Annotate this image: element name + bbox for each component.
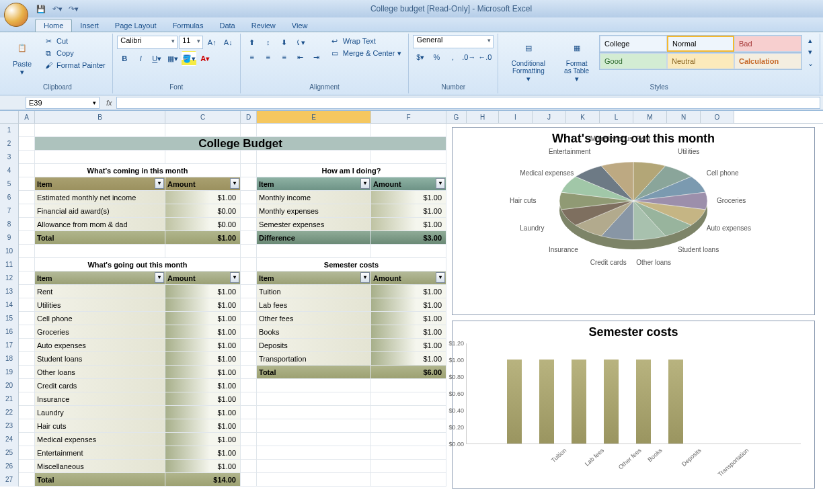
data-cell[interactable]: Auto expenses — [35, 339, 165, 352]
row-header[interactable]: 23 — [0, 419, 19, 433]
data-cell[interactable]: $1.00 — [165, 366, 241, 379]
data-cell[interactable]: Books — [257, 325, 371, 339]
paste-button[interactable]: 📋Paste▾ — [7, 35, 38, 79]
tab-data[interactable]: Data — [211, 19, 243, 32]
tab-insert[interactable]: Insert — [72, 19, 107, 32]
bar-chart[interactable]: Semester costs $0.00$0.20$0.40$0.60$0.80… — [452, 321, 815, 489]
fx-icon[interactable]: fx — [106, 99, 112, 107]
title-cell[interactable]: College Budget — [35, 137, 446, 151]
diff-cell[interactable]: $3.00 — [371, 231, 446, 245]
col-header-d[interactable]: D — [241, 111, 257, 123]
italic-button[interactable]: I — [133, 51, 148, 66]
data-cell[interactable]: Financial aid award(s) — [35, 204, 165, 218]
format-painter-button[interactable]: 🖌Format Painter — [40, 59, 108, 71]
font-name-combo[interactable]: Calibri — [117, 36, 178, 49]
data-cell[interactable]: Student loans — [35, 352, 165, 366]
total-cell[interactable]: Total — [257, 366, 371, 379]
data-cell[interactable]: Lab fees — [257, 298, 371, 312]
table-header[interactable]: Amount▾ — [165, 271, 241, 285]
data-cell[interactable]: Credit cards — [35, 379, 165, 392]
col-header-f[interactable]: F — [371, 111, 446, 123]
data-cell[interactable]: $1.00 — [165, 325, 241, 339]
row-header[interactable]: 17 — [0, 339, 19, 352]
merge-center-button[interactable]: ▭Merge & Center▾ — [327, 47, 405, 59]
increase-indent-icon[interactable]: ⇥ — [309, 50, 324, 65]
data-cell[interactable]: Other loans — [35, 366, 165, 379]
wrap-text-button[interactable]: ↩Wrap Text — [327, 35, 405, 47]
row-header[interactable]: 19 — [0, 366, 19, 379]
filter-dropdown-icon[interactable]: ▾ — [360, 178, 370, 189]
table-header[interactable]: Item▾ — [257, 271, 371, 285]
row-header[interactable]: 25 — [0, 446, 19, 460]
col-header-j[interactable]: J — [533, 111, 566, 123]
filter-dropdown-icon[interactable]: ▾ — [436, 178, 445, 189]
data-cell[interactable]: $1.00 — [165, 339, 241, 352]
row-header[interactable]: 8 — [0, 218, 19, 231]
row-header[interactable]: 9 — [0, 231, 19, 245]
data-cell[interactable]: $1.00 — [165, 285, 241, 298]
section-header[interactable]: What's going out this month — [35, 258, 241, 271]
col-header-a[interactable]: A — [19, 111, 35, 123]
data-cell[interactable]: $0.00 — [165, 218, 241, 231]
styles-gallery[interactable]: College Normal Bad — [599, 35, 802, 52]
row-header[interactable]: 5 — [0, 177, 19, 191]
data-cell[interactable]: $1.00 — [165, 406, 241, 419]
sheet-area[interactable]: A B C D E F G H I J K L M N O 12College … — [0, 110, 823, 504]
filter-dropdown-icon[interactable]: ▾ — [155, 178, 164, 189]
increase-font-icon[interactable]: A↑ — [204, 35, 219, 50]
data-cell[interactable]: $1.00 — [371, 352, 446, 366]
row-header[interactable]: 11 — [0, 258, 19, 271]
data-cell[interactable]: Other fees — [257, 312, 371, 325]
tab-review[interactable]: Review — [243, 19, 284, 32]
diff-cell[interactable]: Difference — [257, 231, 371, 245]
row-header[interactable]: 21 — [0, 392, 19, 406]
row-header[interactable]: 15 — [0, 312, 19, 325]
align-right-icon[interactable]: ≡ — [277, 50, 292, 65]
total-cell[interactable]: $6.00 — [371, 366, 446, 379]
data-cell[interactable]: $1.00 — [371, 204, 446, 218]
col-header-e[interactable]: E — [257, 111, 371, 123]
section-header[interactable]: How am I doing? — [257, 164, 446, 177]
underline-button[interactable]: U▾ — [149, 51, 164, 66]
row-header[interactable]: 24 — [0, 433, 19, 446]
col-header-m[interactable]: M — [633, 111, 667, 123]
row-header[interactable]: 16 — [0, 325, 19, 339]
align-bottom-icon[interactable]: ⬇ — [277, 35, 292, 50]
gallery-scroll-down-icon[interactable]: ▾ — [805, 46, 816, 57]
number-format-combo[interactable]: General — [413, 35, 494, 48]
decrease-indent-icon[interactable]: ⇤ — [293, 50, 308, 65]
save-icon[interactable]: 💾 — [35, 3, 47, 15]
bold-button[interactable]: B — [117, 51, 132, 66]
tab-home[interactable]: Home — [35, 19, 72, 32]
data-cell[interactable]: Utilities — [35, 298, 165, 312]
decrease-font-icon[interactable]: A↓ — [221, 35, 235, 50]
data-cell[interactable]: $1.00 — [371, 339, 446, 352]
col-header-g[interactable]: G — [446, 111, 467, 123]
data-cell[interactable]: Tuition — [257, 285, 371, 298]
data-cell[interactable]: $1.00 — [165, 419, 241, 433]
col-header-o[interactable]: O — [701, 111, 734, 123]
font-size-combo[interactable]: 11 — [179, 36, 203, 49]
data-cell[interactable]: $1.00 — [165, 312, 241, 325]
style-neutral[interactable]: Neutral — [667, 53, 734, 69]
data-cell[interactable]: $1.00 — [371, 218, 446, 231]
undo-icon[interactable]: ↶▾ — [51, 3, 63, 15]
data-cell[interactable]: Hair cuts — [35, 419, 165, 433]
data-cell[interactable]: $1.00 — [371, 298, 446, 312]
data-cell[interactable]: Entertainment — [35, 446, 165, 460]
col-header-h[interactable]: H — [467, 111, 499, 123]
data-cell[interactable]: $0.00 — [165, 204, 241, 218]
gallery-scroll-up-icon[interactable]: ▴ — [805, 35, 816, 46]
data-cell[interactable]: $1.00 — [165, 460, 241, 473]
data-cell[interactable]: Estimated monthly net income — [35, 191, 165, 204]
format-as-table-button[interactable]: ▦Format as Table▾ — [557, 35, 596, 85]
col-header-b[interactable]: B — [35, 111, 165, 123]
data-cell[interactable]: $1.00 — [371, 325, 446, 339]
total-cell[interactable]: Total — [35, 473, 165, 487]
row-header[interactable]: 12 — [0, 271, 19, 285]
office-button[interactable] — [4, 3, 28, 27]
data-cell[interactable]: Insurance — [35, 392, 165, 406]
data-cell[interactable]: Monthly expenses — [257, 204, 371, 218]
data-cell[interactable]: $1.00 — [165, 298, 241, 312]
data-cell[interactable]: $1.00 — [371, 312, 446, 325]
